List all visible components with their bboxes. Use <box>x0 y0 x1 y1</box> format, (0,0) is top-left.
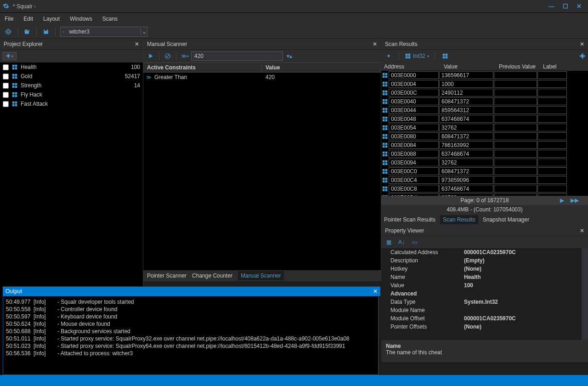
project-item[interactable]: Strength 14 <box>0 81 143 90</box>
item-checkbox[interactable] <box>3 64 9 70</box>
target-icon[interactable] <box>4 27 13 36</box>
svg-rect-10 <box>12 83 15 85</box>
grid-icon[interactable] <box>441 51 450 61</box>
result-row[interactable]: 003E0044 859564312 <box>381 106 588 114</box>
log-timestamp: 50:50.558 <box>6 306 34 313</box>
play-icon[interactable] <box>146 51 155 61</box>
constraint-type-icon[interactable]: ≫ ▾ <box>180 51 189 61</box>
data-type-selector[interactable]: Int32 ▾ <box>405 53 429 59</box>
result-row[interactable]: 003E0000 136596617 <box>381 71 588 79</box>
svg-rect-81 <box>383 180 385 182</box>
cell-address: 003E0000 <box>389 71 439 79</box>
log-tag: [Info] <box>34 342 57 350</box>
result-row[interactable]: 003E0080 608471372 <box>381 132 588 141</box>
result-row[interactable]: 003E0094 32762 <box>381 158 588 167</box>
menu-scans[interactable]: Scans <box>102 16 118 22</box>
property-row[interactable]: NameHealth <box>381 273 582 281</box>
sort-icon[interactable]: A↓ <box>397 238 406 247</box>
maximize-button[interactable]: ☐ <box>563 3 568 10</box>
output-body: 50:49.977[Info]- Squalr developer tools … <box>3 296 379 375</box>
process-selector[interactable]: ◦ ⌄ <box>60 27 147 37</box>
filter-icon[interactable]: ▾▴ <box>285 51 294 61</box>
cell-label <box>537 141 567 149</box>
item-checkbox[interactable] <box>3 101 9 107</box>
constraint-row[interactable]: ≫Greater Than420 <box>143 73 381 82</box>
log-msg: - Attached to process: witcher3 <box>57 350 133 357</box>
prop-page-icon[interactable]: ▭ <box>410 238 419 247</box>
property-viewer-title: Property Viewer <box>385 227 424 234</box>
next-page-icon[interactable]: ▶ <box>560 197 564 204</box>
svg-rect-21 <box>15 104 17 107</box>
log-timestamp: 50:50.597 <box>6 313 34 320</box>
refresh-icon[interactable]: ✦ <box>384 51 393 61</box>
process-input[interactable] <box>66 28 141 35</box>
property-row[interactable]: Description(Empty) <box>381 256 582 265</box>
close-icon[interactable]: ✕ <box>373 41 377 47</box>
prop-value: (None) <box>464 324 481 330</box>
categorize-icon[interactable]: ▦ <box>384 238 393 247</box>
result-row[interactable]: 003E0088 637468674 <box>381 149 588 158</box>
result-row[interactable]: 003E00C4 973859096 <box>381 176 588 184</box>
svg-rect-75 <box>383 169 385 171</box>
add-button[interactable]: ✚ ▾ <box>3 52 17 60</box>
cell-address: 003E0004 <box>389 80 439 88</box>
property-row[interactable]: Data TypeSystem.Int32 <box>381 298 582 306</box>
menu-file[interactable]: File <box>5 16 13 22</box>
tab-scan-results[interactable]: Scan Results <box>440 215 478 224</box>
project-item[interactable]: Fly Hack <box>0 90 143 99</box>
close-icon[interactable]: ✕ <box>135 41 139 47</box>
property-row[interactable]: Pointer Offsets(None) <box>381 323 582 331</box>
menu-edit[interactable]: Edit <box>23 16 33 22</box>
item-checkbox[interactable] <box>3 74 9 79</box>
property-row[interactable]: Hotkey(None) <box>381 265 582 273</box>
result-row[interactable]: 003E00C0 608471372 <box>381 167 588 176</box>
cancel-icon[interactable] <box>163 51 172 61</box>
property-row[interactable]: Module Name <box>381 306 582 314</box>
property-row[interactable]: Calculated Address000001CA0235970C <box>381 248 582 256</box>
save-icon[interactable] <box>41 27 51 36</box>
close-icon[interactable]: ✕ <box>373 288 378 295</box>
item-checkbox[interactable] <box>3 92 9 98</box>
close-button[interactable]: ✕ <box>577 3 582 10</box>
tab-pointer-results[interactable]: Pointer Scan Results <box>384 216 435 223</box>
menu-layout[interactable]: Layout <box>43 16 60 22</box>
project-item[interactable]: Health 100 <box>0 62 143 72</box>
result-row[interactable]: 003E0054 32762 <box>381 123 588 132</box>
tab-pointer-scanner[interactable]: Pointer Scanner <box>147 272 187 279</box>
result-row[interactable]: 003E0004 1000 <box>381 79 588 88</box>
property-row[interactable]: Value100 <box>381 281 582 290</box>
result-row[interactable]: 003E00C8 637468674 <box>381 184 588 193</box>
svg-rect-35 <box>383 81 385 84</box>
tab-change-counter[interactable]: Change Counter <box>192 272 232 279</box>
svg-rect-47 <box>383 108 385 110</box>
last-page-icon[interactable]: ▶▶ <box>571 197 579 204</box>
result-row[interactable]: 003E0084 786163992 <box>381 141 588 149</box>
log-tag: [Info] <box>34 313 57 320</box>
process-dropdown-icon[interactable]: ⌄ <box>141 28 147 35</box>
svg-rect-62 <box>385 136 388 139</box>
scan-value-input[interactable] <box>191 51 283 61</box>
result-row[interactable]: 003E000C 2490112 <box>381 88 588 97</box>
project-item[interactable]: Fast Attack <box>0 99 143 108</box>
svg-rect-72 <box>385 160 388 162</box>
item-name: Strength <box>21 82 41 89</box>
tab-snapshot-manager[interactable]: Snapshot Manager <box>483 216 529 223</box>
menu-windows[interactable]: Windows <box>70 16 92 22</box>
project-explorer-toolbar: ✚ ▾ <box>0 50 143 62</box>
tab-manual-scanner[interactable]: Manual Scanner <box>238 271 283 280</box>
data-icon <box>381 159 389 166</box>
add-result-button[interactable]: ✚ <box>580 52 585 60</box>
property-category[interactable]: Advanced <box>381 290 582 298</box>
data-icon <box>381 81 389 87</box>
data-icon <box>11 64 18 70</box>
close-icon[interactable]: ✕ <box>580 41 584 47</box>
project-item[interactable]: Gold 52417 <box>0 72 143 81</box>
item-checkbox[interactable] <box>3 83 9 89</box>
close-icon[interactable]: ✕ <box>580 227 584 234</box>
result-row[interactable]: 003E0048 637468674 <box>381 114 588 123</box>
data-icon <box>381 133 389 140</box>
minimize-button[interactable]: — <box>548 3 554 10</box>
open-icon[interactable] <box>23 27 32 36</box>
result-row[interactable]: 003E0040 608471372 <box>381 97 588 106</box>
property-row[interactable]: Module Offset000001CA0235970C <box>381 314 582 323</box>
